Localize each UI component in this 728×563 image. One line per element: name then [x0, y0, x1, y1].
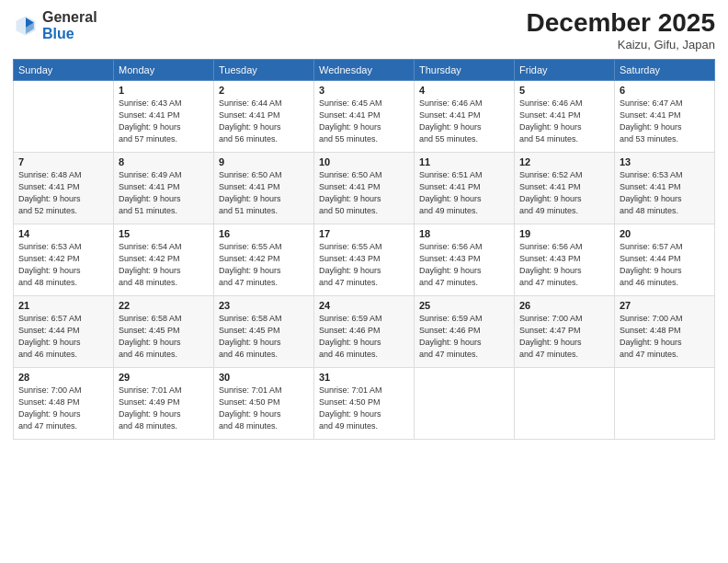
day-info: Sunrise: 6:46 AM Sunset: 4:41 PM Dayligh…: [419, 98, 509, 145]
day-info: Sunrise: 6:55 AM Sunset: 4:42 PM Dayligh…: [219, 241, 309, 289]
calendar-cell: 22Sunrise: 6:58 AM Sunset: 4:45 PM Dayli…: [114, 295, 214, 367]
day-number: 20: [620, 228, 710, 239]
calendar-cell: 20Sunrise: 6:57 AM Sunset: 4:44 PM Dayli…: [615, 224, 715, 295]
day-info: Sunrise: 6:58 AM Sunset: 4:45 PM Dayligh…: [219, 313, 309, 361]
calendar-cell: 25Sunrise: 6:59 AM Sunset: 4:46 PM Dayli…: [415, 295, 515, 367]
calendar-cell: 10Sunrise: 6:50 AM Sunset: 4:41 PM Dayli…: [314, 152, 415, 224]
day-info: Sunrise: 6:48 AM Sunset: 4:41 PM Dayligh…: [18, 169, 108, 217]
day-info: Sunrise: 7:00 AM Sunset: 4:48 PM Dayligh…: [620, 313, 710, 361]
day-info: Sunrise: 6:45 AM Sunset: 4:41 PM Dayligh…: [319, 98, 409, 145]
week-row-3: 14Sunrise: 6:53 AM Sunset: 4:42 PM Dayli…: [14, 224, 715, 295]
calendar-cell: 30Sunrise: 7:01 AM Sunset: 4:50 PM Dayli…: [214, 367, 314, 439]
day-number: 18: [419, 228, 509, 239]
day-info: Sunrise: 7:01 AM Sunset: 4:50 PM Dayligh…: [219, 385, 309, 432]
day-number: 7: [18, 156, 108, 167]
day-number: 25: [419, 300, 509, 311]
day-number: 1: [119, 85, 209, 96]
calendar-cell: 14Sunrise: 6:53 AM Sunset: 4:42 PM Dayli…: [14, 224, 114, 295]
day-info: Sunrise: 6:53 AM Sunset: 4:42 PM Dayligh…: [18, 241, 108, 289]
logo-general: General: [42, 9, 97, 25]
day-number: 19: [519, 228, 609, 239]
calendar-table: SundayMondayTuesdayWednesdayThursdayFrid…: [13, 59, 715, 440]
day-number: 13: [620, 156, 710, 167]
weekday-header-friday: Friday: [515, 59, 615, 80]
day-info: Sunrise: 6:44 AM Sunset: 4:41 PM Dayligh…: [219, 98, 309, 145]
weekday-header-thursday: Thursday: [415, 59, 515, 80]
day-info: Sunrise: 7:00 AM Sunset: 4:47 PM Dayligh…: [519, 313, 609, 361]
day-number: 26: [519, 300, 609, 311]
day-number: 30: [219, 372, 309, 383]
calendar-cell: 28Sunrise: 7:00 AM Sunset: 4:48 PM Dayli…: [14, 367, 114, 439]
day-info: Sunrise: 6:43 AM Sunset: 4:41 PM Dayligh…: [119, 98, 209, 145]
day-number: 14: [18, 228, 108, 239]
day-number: 24: [319, 300, 409, 311]
title-block: December 2025 Kaizu, Gifu, Japan: [527, 9, 715, 52]
calendar-cell: 17Sunrise: 6:55 AM Sunset: 4:43 PM Dayli…: [314, 224, 415, 295]
calendar-cell: 4Sunrise: 6:46 AM Sunset: 4:41 PM Daylig…: [415, 80, 515, 152]
day-info: Sunrise: 6:56 AM Sunset: 4:43 PM Dayligh…: [519, 241, 609, 289]
day-info: Sunrise: 6:50 AM Sunset: 4:41 PM Dayligh…: [319, 169, 409, 217]
day-info: Sunrise: 6:58 AM Sunset: 4:45 PM Dayligh…: [119, 313, 209, 361]
day-info: Sunrise: 6:56 AM Sunset: 4:43 PM Dayligh…: [419, 241, 509, 289]
logo: General Blue: [13, 9, 97, 41]
day-info: Sunrise: 7:01 AM Sunset: 4:49 PM Dayligh…: [119, 385, 209, 432]
day-number: 16: [219, 228, 309, 239]
calendar-cell: 9Sunrise: 6:50 AM Sunset: 4:41 PM Daylig…: [214, 152, 314, 224]
calendar-cell: 12Sunrise: 6:52 AM Sunset: 4:41 PM Dayli…: [515, 152, 615, 224]
day-info: Sunrise: 6:55 AM Sunset: 4:43 PM Dayligh…: [319, 241, 409, 289]
day-info: Sunrise: 6:47 AM Sunset: 4:41 PM Dayligh…: [620, 98, 710, 145]
day-number: 5: [519, 85, 609, 96]
calendar-cell: [515, 367, 615, 439]
day-number: 17: [319, 228, 409, 239]
calendar-cell: 23Sunrise: 6:58 AM Sunset: 4:45 PM Dayli…: [214, 295, 314, 367]
week-row-4: 21Sunrise: 6:57 AM Sunset: 4:44 PM Dayli…: [14, 295, 715, 367]
day-number: 11: [419, 156, 509, 167]
day-number: 22: [119, 300, 209, 311]
day-number: 31: [319, 372, 409, 383]
day-number: 12: [519, 156, 609, 167]
day-info: Sunrise: 6:50 AM Sunset: 4:41 PM Dayligh…: [219, 169, 309, 217]
calendar-cell: 24Sunrise: 6:59 AM Sunset: 4:46 PM Dayli…: [314, 295, 415, 367]
calendar-cell: 7Sunrise: 6:48 AM Sunset: 4:41 PM Daylig…: [14, 152, 114, 224]
day-info: Sunrise: 6:53 AM Sunset: 4:41 PM Dayligh…: [620, 169, 710, 217]
day-number: 15: [119, 228, 209, 239]
weekday-header-wednesday: Wednesday: [314, 59, 415, 80]
calendar-cell: 15Sunrise: 6:54 AM Sunset: 4:42 PM Dayli…: [114, 224, 214, 295]
week-row-2: 7Sunrise: 6:48 AM Sunset: 4:41 PM Daylig…: [14, 152, 715, 224]
day-number: 29: [119, 372, 209, 383]
calendar-cell: 1Sunrise: 6:43 AM Sunset: 4:41 PM Daylig…: [114, 80, 214, 152]
weekday-header-tuesday: Tuesday: [214, 59, 314, 80]
calendar-cell: 6Sunrise: 6:47 AM Sunset: 4:41 PM Daylig…: [615, 80, 715, 152]
calendar-cell: 19Sunrise: 6:56 AM Sunset: 4:43 PM Dayli…: [515, 224, 615, 295]
day-info: Sunrise: 6:59 AM Sunset: 4:46 PM Dayligh…: [319, 313, 409, 361]
day-number: 2: [219, 85, 309, 96]
header: General Blue December 2025 Kaizu, Gifu, …: [13, 9, 715, 52]
month-title: December 2025: [527, 9, 715, 38]
calendar-cell: 2Sunrise: 6:44 AM Sunset: 4:41 PM Daylig…: [214, 80, 314, 152]
day-info: Sunrise: 6:57 AM Sunset: 4:44 PM Dayligh…: [620, 241, 710, 289]
day-number: 8: [119, 156, 209, 167]
day-info: Sunrise: 6:57 AM Sunset: 4:44 PM Dayligh…: [18, 313, 108, 361]
calendar-cell: 5Sunrise: 6:46 AM Sunset: 4:41 PM Daylig…: [515, 80, 615, 152]
weekday-header-saturday: Saturday: [615, 59, 715, 80]
day-number: 9: [219, 156, 309, 167]
calendar-cell: 31Sunrise: 7:01 AM Sunset: 4:50 PM Dayli…: [314, 367, 415, 439]
week-row-1: 1Sunrise: 6:43 AM Sunset: 4:41 PM Daylig…: [14, 80, 715, 152]
calendar-cell: 29Sunrise: 7:01 AM Sunset: 4:49 PM Dayli…: [114, 367, 214, 439]
logo-icon: [13, 13, 39, 39]
day-number: 23: [219, 300, 309, 311]
day-number: 4: [419, 85, 509, 96]
logo-blue: Blue: [42, 26, 74, 41]
calendar-cell: 16Sunrise: 6:55 AM Sunset: 4:42 PM Dayli…: [214, 224, 314, 295]
calendar-cell: 18Sunrise: 6:56 AM Sunset: 4:43 PM Dayli…: [415, 224, 515, 295]
weekday-header-sunday: Sunday: [14, 59, 114, 80]
day-info: Sunrise: 7:01 AM Sunset: 4:50 PM Dayligh…: [319, 385, 409, 432]
calendar-cell: 27Sunrise: 7:00 AM Sunset: 4:48 PM Dayli…: [615, 295, 715, 367]
week-row-5: 28Sunrise: 7:00 AM Sunset: 4:48 PM Dayli…: [14, 367, 715, 439]
day-info: Sunrise: 6:49 AM Sunset: 4:41 PM Dayligh…: [119, 169, 209, 217]
calendar-cell: [14, 80, 114, 152]
day-info: Sunrise: 6:46 AM Sunset: 4:41 PM Dayligh…: [519, 98, 609, 145]
calendar-cell: 21Sunrise: 6:57 AM Sunset: 4:44 PM Dayli…: [14, 295, 114, 367]
day-number: 6: [620, 85, 710, 96]
day-number: 10: [319, 156, 409, 167]
